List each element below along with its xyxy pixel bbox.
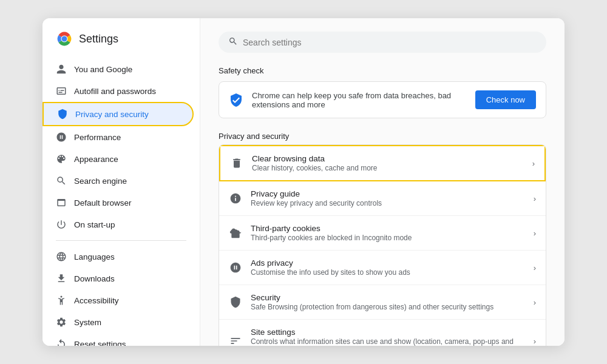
sidebar-item-appearance[interactable]: Appearance [42, 148, 194, 170]
svg-point-3 [61, 296, 63, 298]
privacy-guide-title: Privacy guide [251, 189, 525, 198]
chevron-right-icon-3: › [534, 229, 536, 238]
browser-icon [56, 197, 67, 208]
privacy-item-third-party-cookies[interactable]: Third-party cookies Third-party cookies … [219, 216, 546, 251]
third-party-cookies-desc: Third-party cookies are blocked in Incog… [251, 234, 525, 242]
chevron-right-icon-2: › [534, 194, 536, 203]
third-party-cookies-title: Third-party cookies [251, 224, 525, 233]
chevron-right-icon: › [532, 159, 535, 168]
third-party-cookies-content: Third-party cookies Third-party cookies … [251, 224, 525, 242]
sidebar-item-search-engine[interactable]: Search engine [42, 170, 194, 192]
sidebar-label-appearance: Appearance [74, 155, 118, 164]
sidebar-label-you-and-google: You and Google [74, 65, 132, 74]
security-desc: Safe Browsing (protection from dangerous… [251, 303, 525, 311]
ads-privacy-title: Ads privacy [251, 258, 525, 268]
sidebar-label-autofill: Autofill and passwords [74, 87, 156, 96]
safety-shield-icon [229, 93, 243, 107]
sidebar-item-languages[interactable]: Languages [42, 246, 194, 268]
privacy-item-ads-privacy[interactable]: Ads privacy Customise the info used by s… [219, 251, 546, 285]
chevron-right-icon-5: › [534, 298, 536, 307]
safety-check-card: Chrome can help keep you safe from data … [219, 81, 546, 118]
sidebar-item-default-browser[interactable]: Default browser [42, 192, 194, 214]
download-icon [56, 273, 67, 284]
privacy-security-title: Privacy and security [219, 132, 546, 141]
main-content: Safety check Chrome can help keep you sa… [200, 18, 565, 346]
chevron-right-icon-4: › [534, 263, 536, 272]
accessibility-icon [56, 295, 67, 306]
sidebar-label-privacy-security: Privacy and security [75, 110, 149, 119]
sidebar-label-system: System [74, 318, 101, 327]
security-title: Security [251, 293, 525, 302]
site-settings-desc: Controls what information sites can use … [251, 337, 525, 346]
sidebar-item-downloads[interactable]: Downloads [42, 268, 194, 289]
clear-browsing-data-content: Clear browsing data Clear history, cooki… [252, 154, 524, 172]
nav-divider-1 [56, 240, 186, 241]
sidebar-label-accessibility: Accessibility [74, 296, 119, 305]
security-content: Security Safe Browsing (protection from … [251, 293, 525, 311]
chevron-right-icon-6: › [534, 337, 536, 346]
search-icon [228, 36, 238, 48]
sidebar-header: Settings [42, 30, 200, 58]
privacy-item-site-settings[interactable]: Site settings Controls what information … [219, 320, 546, 346]
sidebar-item-you-and-google[interactable]: You and Google [42, 58, 194, 80]
clear-browsing-data-title: Clear browsing data [252, 154, 524, 163]
privacy-item-security[interactable]: Security Safe Browsing (protection from … [219, 285, 546, 320]
privacy-item-clear-browsing-data[interactable]: Clear browsing data Clear history, cooki… [219, 145, 546, 181]
chrome-logo-icon [56, 30, 73, 47]
privacy-guide-icon [229, 192, 242, 205]
ads-privacy-content: Ads privacy Customise the info used by s… [251, 258, 525, 277]
sidebar-item-on-startup[interactable]: On start-up [42, 214, 194, 235]
check-now-button[interactable]: Check now [475, 90, 536, 109]
language-icon [56, 251, 67, 262]
sidebar-navigation: You and Google Autofill and passwords Pr… [42, 58, 200, 346]
sidebar-label-performance: Performance [74, 133, 121, 142]
ads-privacy-icon [229, 261, 242, 274]
privacy-security-list: Clear browsing data Clear history, cooki… [219, 144, 546, 346]
clear-browsing-data-desc: Clear history, cookies, cache and more [252, 164, 524, 172]
palette-icon [56, 153, 67, 164]
site-settings-title: Site settings [251, 328, 525, 337]
sidebar-item-performance[interactable]: Performance [42, 126, 194, 148]
search-nav-icon [56, 175, 67, 186]
reset-icon [56, 339, 67, 346]
cookies-icon [229, 226, 242, 240]
security-shield-icon [229, 295, 242, 309]
sidebar: Settings You and Google Autofill and pas… [42, 18, 200, 346]
site-settings-icon [229, 334, 242, 346]
sidebar-item-autofill[interactable]: Autofill and passwords [42, 80, 194, 102]
badge-icon [56, 86, 67, 96]
ads-privacy-desc: Customise the info used by sites to show… [251, 268, 525, 277]
sidebar-item-privacy-security[interactable]: Privacy and security [42, 102, 194, 126]
sidebar-title: Settings [79, 33, 118, 46]
privacy-guide-content: Privacy guide Review key privacy and sec… [251, 189, 525, 207]
settings-window: Settings You and Google Autofill and pas… [42, 18, 565, 346]
svg-point-2 [62, 36, 67, 42]
sidebar-label-reset-settings: Reset settings [74, 340, 126, 346]
sidebar-item-accessibility[interactable]: Accessibility [42, 289, 194, 311]
site-settings-content: Site settings Controls what information … [251, 328, 525, 346]
clear-data-icon [230, 157, 243, 170]
power-icon [56, 219, 67, 230]
privacy-item-privacy-guide[interactable]: Privacy guide Review key privacy and sec… [219, 181, 546, 216]
sidebar-item-system[interactable]: System [42, 311, 194, 333]
speed-icon [56, 132, 67, 143]
privacy-guide-desc: Review key privacy and security controls [251, 199, 525, 207]
search-input[interactable] [243, 38, 537, 47]
sidebar-label-downloads: Downloads [74, 274, 115, 283]
sidebar-label-languages: Languages [74, 252, 115, 261]
sidebar-item-reset-settings[interactable]: Reset settings [42, 333, 194, 346]
safety-check-title: Safety check [219, 66, 546, 75]
safety-check-description: Chrome can help keep you safe from data … [252, 91, 467, 109]
sidebar-label-search-engine: Search engine [74, 177, 127, 186]
search-bar[interactable] [219, 32, 546, 53]
sidebar-label-default-browser: Default browser [74, 198, 132, 207]
sidebar-label-on-startup: On start-up [74, 220, 115, 229]
person-icon [56, 64, 67, 75]
shield-icon [57, 109, 68, 120]
system-icon [56, 317, 67, 328]
